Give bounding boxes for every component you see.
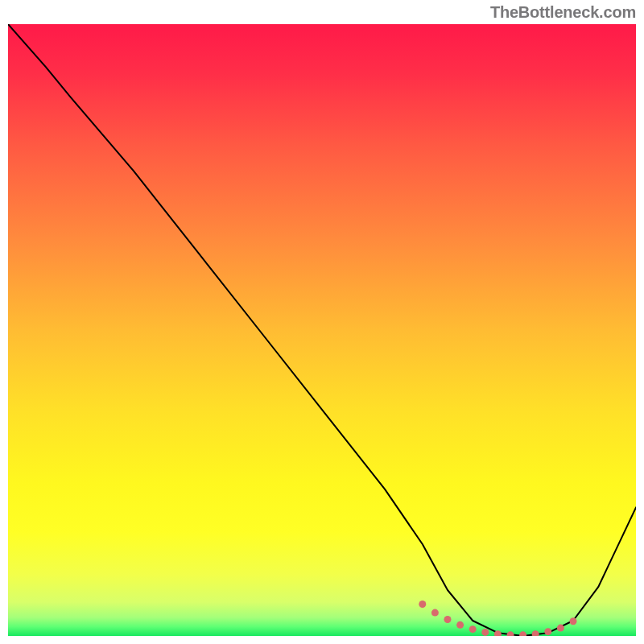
chart-svg [8,24,636,636]
attribution-text: TheBottleneck.com [490,3,636,22]
chart-background [8,24,636,636]
svg-point-10 [544,628,551,635]
svg-point-0 [419,601,426,608]
bottleneck-chart [8,24,636,636]
svg-point-5 [481,629,489,636]
svg-point-11 [557,625,564,632]
svg-point-3 [456,621,464,629]
svg-point-4 [469,625,477,633]
svg-point-1 [431,609,439,617]
svg-point-2 [444,616,452,623]
svg-point-12 [570,617,577,625]
